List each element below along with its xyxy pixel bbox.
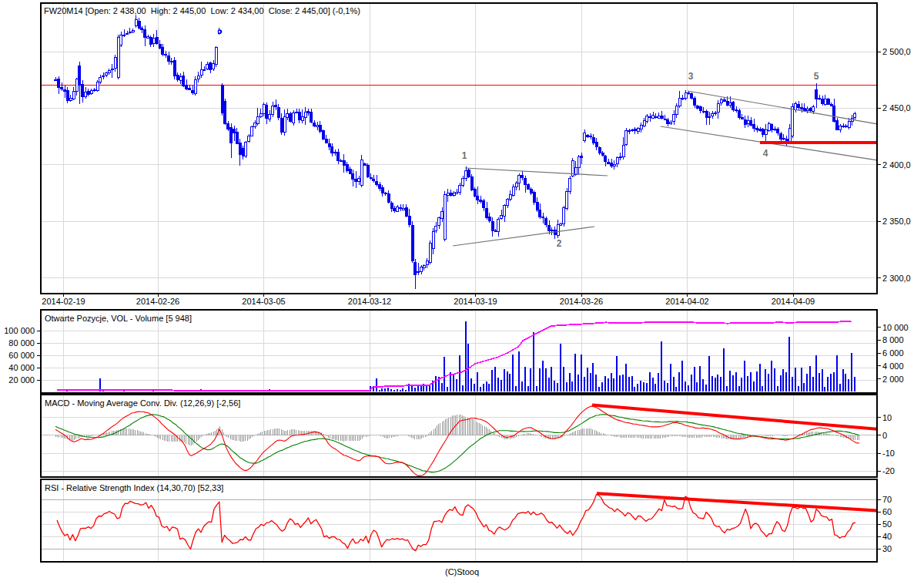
svg-text:-20: -20 <box>882 466 895 476</box>
svg-text:2 450,0: 2 450,0 <box>882 103 911 113</box>
svg-text:FW20M14 [Open: 2 438,00 High:: FW20M14 [Open: 2 438,00 High: 2 445,00 L… <box>44 6 360 15</box>
svg-text:70: 70 <box>882 495 892 504</box>
svg-text:8 000: 8 000 <box>882 335 904 344</box>
svg-text:2014-03-12: 2014-03-12 <box>348 297 391 306</box>
svg-text:5: 5 <box>814 71 819 82</box>
svg-text:2 300,0: 2 300,0 <box>882 274 911 283</box>
svg-text:80 000: 80 000 <box>8 338 35 348</box>
svg-text:2 350,0: 2 350,0 <box>882 217 911 226</box>
svg-text:2014-03-26: 2014-03-26 <box>560 297 603 306</box>
svg-text:60 000: 60 000 <box>8 351 35 360</box>
svg-text:40: 40 <box>882 532 892 541</box>
svg-text:20 000: 20 000 <box>8 375 35 385</box>
svg-text:10: 10 <box>882 413 892 422</box>
svg-text:0: 0 <box>882 431 887 440</box>
svg-text:2014-03-05: 2014-03-05 <box>242 297 285 306</box>
svg-text:MACD - Moving Average Conv. Di: MACD - Moving Average Conv. Div. (12,26,… <box>45 398 240 408</box>
svg-text:2014-03-19: 2014-03-19 <box>454 297 497 306</box>
svg-text:1: 1 <box>462 150 467 161</box>
svg-text:2: 2 <box>557 238 562 249</box>
svg-text:2014-02-19: 2014-02-19 <box>42 297 85 306</box>
svg-text:-10: -10 <box>882 449 895 458</box>
svg-text:2014-02-26: 2014-02-26 <box>136 297 179 306</box>
svg-text:4: 4 <box>763 148 768 159</box>
svg-text:100 000: 100 000 <box>4 326 35 335</box>
svg-text:2014-04-09: 2014-04-09 <box>772 297 815 306</box>
svg-text:2014-04-02: 2014-04-02 <box>665 297 708 306</box>
svg-text:50: 50 <box>882 519 892 529</box>
svg-text:2 500,0: 2 500,0 <box>882 47 911 56</box>
svg-text:60: 60 <box>882 507 892 516</box>
svg-text:40 000: 40 000 <box>8 363 35 372</box>
svg-text:Otwarte Pozycje, VOL - Volume: Otwarte Pozycje, VOL - Volume [5 948] <box>45 314 192 323</box>
svg-text:30: 30 <box>882 544 892 553</box>
svg-text:4 000: 4 000 <box>882 361 904 371</box>
svg-text:10 000: 10 000 <box>882 323 909 332</box>
svg-text:RSI - Relative Strength Index: RSI - Relative Strength Index (14,30,70)… <box>45 483 223 492</box>
svg-text:2 400,0: 2 400,0 <box>882 160 911 170</box>
svg-text:(C)Stooq: (C)Stooq <box>445 567 479 576</box>
svg-text:6 000: 6 000 <box>882 348 904 358</box>
svg-text:3: 3 <box>688 71 694 82</box>
svg-text:2 000: 2 000 <box>882 375 904 384</box>
